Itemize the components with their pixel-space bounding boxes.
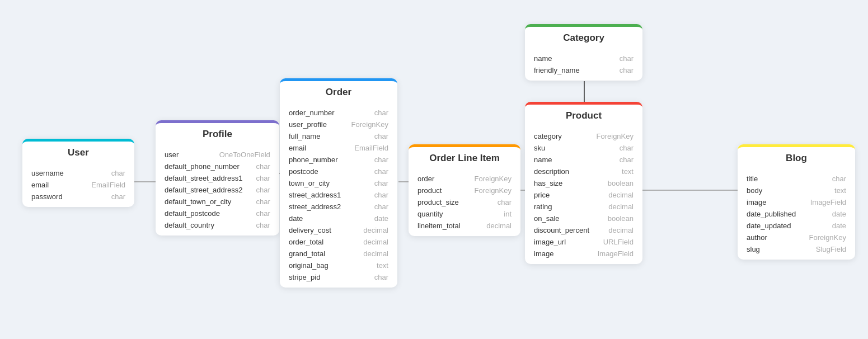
- field-type: char: [374, 156, 388, 164]
- table-row: author ForeignKey: [738, 232, 855, 243]
- canvas: User username char email EmailField pass…: [0, 0, 868, 339]
- field-name: quantity: [417, 210, 443, 218]
- product-table-header: Product: [525, 102, 642, 127]
- field-type: EmailField: [354, 144, 388, 152]
- field-type: char: [620, 156, 634, 164]
- field-name: user: [165, 150, 179, 159]
- field-type: ImageField: [598, 249, 634, 258]
- field-name: order_number: [289, 109, 335, 117]
- field-name: grand_total: [289, 249, 325, 258]
- field-name: slug: [747, 245, 760, 253]
- field-type: boolean: [608, 179, 634, 187]
- field-name: name: [534, 156, 552, 164]
- table-row: default_street_address1 char: [156, 172, 279, 184]
- field-name: order: [417, 175, 434, 183]
- table-row: email EmailField: [280, 142, 397, 154]
- table-row: stripe_pid char: [280, 271, 397, 283]
- table-row: body text: [738, 185, 855, 196]
- field-name: body: [747, 186, 762, 195]
- table-row: original_bag text: [280, 260, 397, 271]
- table-row: default_country char: [156, 219, 279, 231]
- field-type: char: [620, 144, 634, 152]
- table-row: description text: [525, 166, 642, 177]
- table-row: title char: [738, 173, 855, 185]
- category-table-header: Category: [525, 24, 642, 49]
- table-row: user_profile ForeignKey: [280, 119, 397, 130]
- blog-table-body: title char body text image ImageField da…: [738, 170, 855, 260]
- field-name: discount_percent: [534, 226, 589, 234]
- field-name: image_url: [534, 238, 566, 246]
- field-name: image: [534, 249, 553, 258]
- field-name: lineitem_total: [417, 222, 461, 230]
- field-name: product_size: [417, 198, 459, 206]
- table-row: category ForeignKey: [525, 130, 642, 142]
- field-name: default_phone_number: [165, 162, 240, 171]
- field-name: category: [534, 132, 562, 140]
- table-row: street_address1 char: [280, 189, 397, 201]
- field-type: char: [832, 175, 846, 183]
- table-row: postcode char: [280, 166, 397, 177]
- field-type: decimal: [608, 203, 634, 211]
- field-name: default_town_or_city: [165, 197, 231, 206]
- field-name: town_or_city: [289, 179, 330, 187]
- field-type: char: [256, 162, 270, 171]
- table-row: password char: [22, 191, 134, 203]
- field-name: street_address1: [289, 191, 341, 199]
- field-name: name: [534, 54, 552, 63]
- table-row: date_updated date: [738, 220, 855, 232]
- field-type: char: [374, 109, 388, 117]
- field-name: on_sale: [534, 214, 560, 223]
- field-type: char: [256, 186, 270, 194]
- table-row: product_size char: [409, 196, 520, 208]
- table-row: username char: [22, 167, 134, 179]
- table-row: full_name char: [280, 130, 397, 142]
- field-name: password: [31, 192, 63, 201]
- field-name: date_updated: [747, 222, 791, 230]
- table-row: has_size boolean: [525, 177, 642, 189]
- field-type: decimal: [608, 226, 634, 234]
- field-type: date: [832, 222, 846, 230]
- table-row: grand_total decimal: [280, 248, 397, 260]
- field-type: decimal: [363, 238, 388, 246]
- order-table-header: Order: [280, 78, 397, 103]
- table-row: street_address2 char: [280, 201, 397, 213]
- field-name: sku: [534, 144, 545, 152]
- field-type: char: [256, 174, 270, 182]
- user-table: User username char email EmailField pass…: [22, 139, 134, 207]
- table-row: default_phone_number char: [156, 161, 279, 172]
- field-type: decimal: [363, 226, 388, 234]
- table-row: default_town_or_city char: [156, 196, 279, 208]
- table-row: default_postcode char: [156, 208, 279, 219]
- field-name: phone_number: [289, 156, 337, 164]
- field-type: text: [622, 167, 634, 176]
- field-name: author: [747, 233, 767, 242]
- orderlineitem-table-header: Order Line Item: [409, 144, 520, 170]
- field-type: ForeignKey: [809, 233, 846, 242]
- table-row: delivery_cost decimal: [280, 224, 397, 236]
- table-row: product ForeignKey: [409, 185, 520, 196]
- field-type: char: [256, 209, 270, 218]
- table-row: image ImageField: [738, 196, 855, 208]
- field-name: default_country: [165, 221, 214, 229]
- field-type: char: [374, 273, 388, 281]
- field-name: order_total: [289, 238, 323, 246]
- table-row: image ImageField: [525, 248, 642, 260]
- table-row: price decimal: [525, 189, 642, 201]
- field-name: email: [31, 181, 49, 189]
- orderlineitem-table-body: order ForeignKey product ForeignKey prod…: [409, 170, 520, 236]
- field-type: ForeignKey: [475, 186, 512, 195]
- field-type: ForeignKey: [351, 120, 388, 129]
- table-row: order ForeignKey: [409, 173, 520, 185]
- blog-table: Blog title char body text image ImageFie…: [738, 144, 855, 260]
- user-table-body: username char email EmailField password …: [22, 164, 134, 207]
- field-name: image: [747, 198, 766, 206]
- table-row: name char: [525, 154, 642, 166]
- table-row: town_or_city char: [280, 177, 397, 189]
- profile-table: Profile user OneToOneField default_phone…: [156, 120, 279, 236]
- field-name: email: [289, 144, 306, 152]
- table-row: phone_number char: [280, 154, 397, 166]
- field-name: user_profile: [289, 120, 327, 129]
- table-row: order_total decimal: [280, 236, 397, 248]
- field-type: char: [111, 192, 125, 201]
- field-name: description: [534, 167, 569, 176]
